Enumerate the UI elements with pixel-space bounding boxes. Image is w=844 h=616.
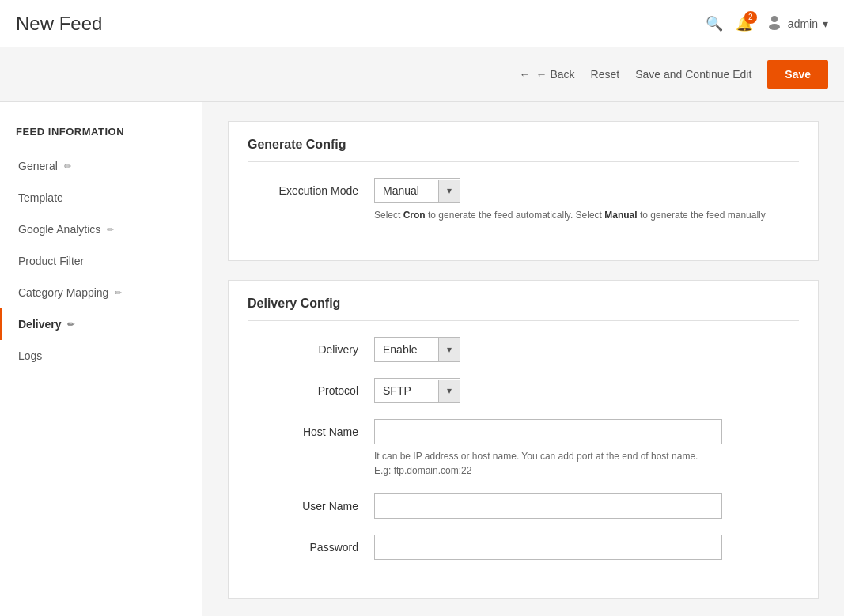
back-arrow-icon: ←: [520, 68, 531, 81]
sidebar-template-label: Template: [18, 191, 63, 204]
password-input[interactable]: [374, 535, 722, 560]
main-layout: FEED INFORMATION General ✏ Template Goog…: [0, 102, 844, 616]
hostname-input[interactable]: [374, 419, 722, 444]
username-row: User Name: [248, 493, 799, 519]
delivery-select[interactable]: Enable Disable: [375, 338, 438, 361]
execution-mode-dropdown-btn[interactable]: ▾: [438, 180, 460, 202]
sidebar-item-general[interactable]: General ✏: [0, 150, 202, 182]
sidebar-heading: FEED INFORMATION: [0, 118, 202, 150]
svg-point-0: [771, 16, 778, 22]
sidebar-item-google-analytics[interactable]: Google Analytics ✏: [0, 214, 202, 245]
edit-icon-category-mapping: ✏: [115, 288, 122, 298]
save-continue-label: Save and Continue Edit: [635, 68, 751, 81]
hostname-field: It can be IP address or host name. You c…: [374, 419, 799, 478]
protocol-select[interactable]: SFTP FTP: [375, 379, 438, 402]
notification-badge: 2: [744, 11, 757, 24]
action-bar: ← ← Back Reset Save and Continue Edit Sa…: [0, 47, 844, 102]
delivery-dropdown-btn[interactable]: ▾: [438, 338, 460, 361]
content-area: Generate Config Execution Mode Manual Cr…: [202, 102, 844, 616]
reset-label: Reset: [591, 68, 620, 81]
protocol-row: Protocol SFTP FTP ▾: [248, 378, 799, 403]
search-icon: 🔍: [706, 15, 723, 32]
sidebar-item-logs[interactable]: Logs: [0, 340, 202, 372]
protocol-dropdown-btn[interactable]: ▾: [438, 380, 460, 402]
execution-mode-help: Select Cron to generate the feed automat…: [374, 208, 799, 222]
password-field: [374, 535, 799, 560]
hostname-example: E.g: ftp.domain.com:22: [374, 465, 471, 476]
delivery-field: Enable Disable ▾: [374, 337, 799, 362]
reset-button[interactable]: Reset: [591, 68, 620, 81]
sidebar-delivery-label: Delivery: [18, 318, 61, 331]
password-row: Password: [248, 535, 799, 560]
execution-mode-row: Execution Mode Manual Cron ▾ Select Cron…: [248, 178, 799, 222]
execution-mode-label: Execution Mode: [248, 178, 374, 197]
edit-icon-delivery: ✏: [67, 319, 74, 330]
user-menu[interactable]: admin ▾: [766, 13, 828, 33]
save-button[interactable]: Save: [767, 60, 828, 89]
notification-wrapper: 🔔 2: [736, 15, 753, 32]
sidebar-item-delivery[interactable]: Delivery ✏: [0, 308, 202, 340]
delivery-config-title: Delivery Config: [248, 297, 799, 321]
sidebar-item-category-mapping[interactable]: Category Mapping ✏: [0, 277, 202, 308]
execution-mode-field: Manual Cron ▾ Select Cron to generate th…: [374, 178, 799, 222]
user-dropdown-icon: ▾: [823, 17, 828, 30]
sidebar-item-product-filter[interactable]: Product Filter: [0, 245, 202, 277]
generate-config-section: Generate Config Execution Mode Manual Cr…: [228, 121, 819, 261]
delivery-row: Delivery Enable Disable ▾: [248, 337, 799, 362]
sidebar-general-label: General: [18, 160, 58, 172]
sidebar-logs-label: Logs: [18, 350, 42, 362]
username-field: [374, 493, 799, 519]
edit-icon-google-analytics: ✏: [107, 225, 114, 235]
hostname-row: Host Name It can be IP address or host n…: [248, 419, 799, 478]
header-actions: 🔍 🔔 2 admin ▾: [706, 13, 828, 33]
save-continue-button[interactable]: Save and Continue Edit: [635, 68, 751, 81]
delivery-select-wrapper: Enable Disable ▾: [374, 337, 460, 362]
sidebar-google-analytics-label: Google Analytics: [18, 223, 100, 236]
search-button[interactable]: 🔍: [706, 15, 723, 32]
user-name: admin: [788, 17, 818, 30]
username-input[interactable]: [374, 493, 722, 519]
sidebar-product-filter-label: Product Filter: [18, 255, 84, 267]
top-header: New Feed 🔍 🔔 2 admin ▾: [0, 0, 844, 47]
generate-config-title: Generate Config: [248, 138, 799, 162]
password-label: Password: [248, 535, 374, 554]
sidebar-category-mapping-label: Category Mapping: [18, 286, 108, 299]
page-title: New Feed: [16, 13, 102, 35]
protocol-label: Protocol: [248, 378, 374, 397]
sidebar: FEED INFORMATION General ✏ Template Goog…: [0, 102, 202, 616]
protocol-field: SFTP FTP ▾: [374, 378, 799, 403]
execution-mode-select[interactable]: Manual Cron: [375, 179, 438, 202]
back-button[interactable]: ← ← Back: [520, 68, 575, 81]
username-label: User Name: [248, 493, 374, 512]
svg-point-1: [769, 24, 780, 30]
sidebar-item-template[interactable]: Template: [0, 182, 202, 214]
edit-icon-general: ✏: [64, 161, 71, 172]
hostname-help: It can be IP address or host name. You c…: [374, 449, 799, 478]
delivery-label: Delivery: [248, 337, 374, 356]
execution-mode-select-wrapper: Manual Cron ▾: [374, 178, 460, 203]
hostname-label: Host Name: [248, 419, 374, 438]
user-avatar-icon: [766, 13, 783, 33]
protocol-select-wrapper: SFTP FTP ▾: [374, 378, 460, 403]
delivery-config-section: Delivery Config Delivery Enable Disable …: [228, 280, 819, 599]
